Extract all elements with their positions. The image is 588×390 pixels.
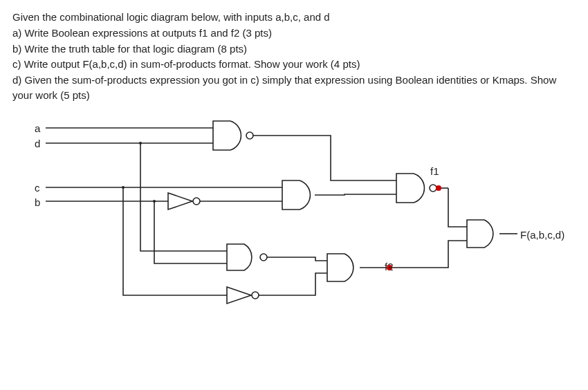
question-intro: Given the combinational logic diagram be… [12, 10, 576, 25]
question-part-c: c) Write output F(a,b,c,d) in sum-of-pro… [12, 57, 576, 72]
gate-nand-g2 [396, 174, 437, 203]
gate-not-inv2 [227, 287, 259, 304]
svg-point-0 [246, 132, 253, 139]
gate-nand-g1 [213, 121, 253, 150]
question-part-b: b) Write the truth table for that logic … [12, 41, 576, 57]
circuit-svg [12, 113, 580, 375]
gate-not-inv1 [168, 193, 200, 210]
svg-point-4 [252, 292, 259, 299]
svg-point-1 [193, 198, 200, 205]
svg-point-3 [260, 254, 267, 261]
question-block: Given the combinational logic diagram be… [12, 10, 576, 103]
gate-and-g3 [282, 180, 310, 210]
svg-point-7 [153, 200, 156, 203]
gate-and-g5 [327, 254, 353, 281]
svg-point-5 [139, 142, 142, 145]
logic-diagram: a d c b f1 f2 F(a,b,c,d) [12, 113, 576, 375]
question-part-d: d) Given the sum-of-products expression … [12, 73, 576, 103]
node-dot-f1 [436, 185, 441, 191]
gate-nand-g4 [227, 244, 267, 270]
gate-and-g6 [467, 220, 493, 248]
svg-point-2 [430, 185, 437, 192]
question-part-a: a) Write Boolean expressions at outputs … [12, 26, 576, 41]
svg-point-6 [122, 186, 125, 189]
